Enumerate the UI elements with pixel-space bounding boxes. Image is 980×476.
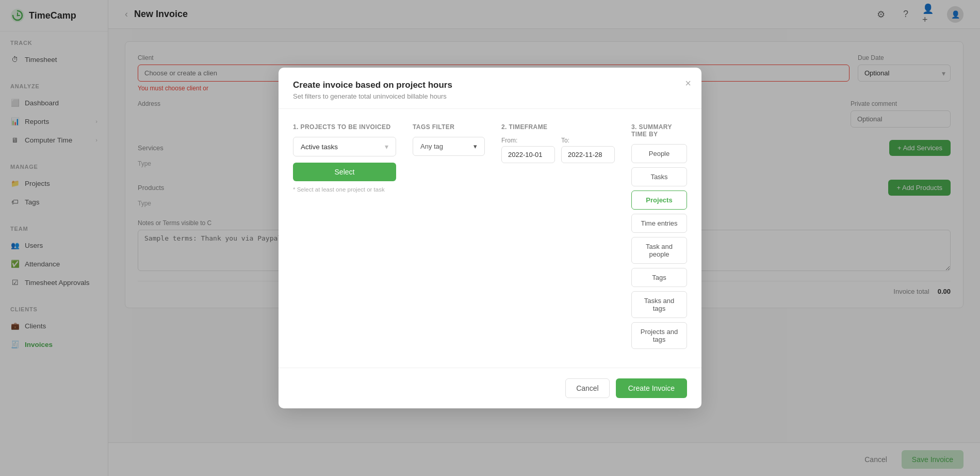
modal-body: 1. Projects to be invoiced Active tasks … — [279, 109, 701, 368]
summary-btn-people[interactable]: People — [631, 144, 687, 163]
tag-chevron-icon: ▾ — [473, 142, 477, 150]
tag-filter-button[interactable]: Any tag ▾ — [413, 137, 485, 156]
dropdown-chevron-icon: ▾ — [385, 142, 388, 151]
summary-column: 3. Summary time by PeopleTasksProjectsTi… — [631, 123, 687, 353]
to-date-input[interactable] — [561, 146, 615, 163]
summary-btn-tags[interactable]: Tags — [631, 268, 687, 287]
from-date-input[interactable] — [501, 146, 555, 163]
tags-filter-label: Tags filter — [413, 123, 485, 131]
summary-btn-time_entries[interactable]: Time entries — [631, 214, 687, 233]
create-invoice-button[interactable]: Create Invoice — [616, 378, 687, 398]
active-tasks-dropdown[interactable]: Active tasks ▾ — [293, 137, 396, 156]
modal-header: Create invoice based on project hours Se… — [279, 68, 701, 109]
timeframe-grid: From: To: — [501, 137, 615, 163]
to-group: To: — [561, 137, 615, 163]
modal-columns: 1. Projects to be invoiced Active tasks … — [293, 123, 687, 353]
modal-close-button[interactable]: × — [685, 78, 691, 88]
modal-title: Create invoice based on project hours — [293, 80, 687, 90]
active-tasks-label: Active tasks — [301, 143, 338, 151]
modal-cancel-button[interactable]: Cancel — [565, 378, 610, 398]
summary-btn-projects[interactable]: Projects — [631, 191, 687, 210]
from-label: From: — [501, 137, 555, 144]
summary-btn-tasks[interactable]: Tasks — [631, 167, 687, 186]
col3-label: 3. Summary time by — [631, 123, 687, 138]
modal: Create invoice based on project hours Se… — [279, 68, 701, 408]
modal-subtitle: Set filters to generate total uninvoiced… — [293, 92, 687, 100]
modal-overlay[interactable]: Create invoice based on project hours Se… — [0, 0, 980, 476]
summary-btn-task_and_people[interactable]: Task and people — [631, 237, 687, 264]
timeframe-column: 2. Timeframe From: To: — [501, 123, 615, 353]
hint-text: * Select at least one project or task — [293, 186, 396, 193]
col2-label: 2. Timeframe — [501, 123, 615, 131]
summary-btn-tasks_and_tags[interactable]: Tasks and tags — [631, 291, 687, 318]
any-tag-label: Any tag — [420, 142, 443, 150]
tags-column: Tags filter Any tag ▾ — [413, 123, 485, 353]
summary-buttons-container: PeopleTasksProjectsTime entriesTask and … — [631, 144, 687, 353]
projects-column: 1. Projects to be invoiced Active tasks … — [293, 123, 396, 353]
to-label: To: — [561, 137, 615, 144]
from-group: From: — [501, 137, 555, 163]
summary-btn-projects_and_tags[interactable]: Projects and tags — [631, 322, 687, 349]
col1-label: 1. Projects to be invoiced — [293, 123, 396, 131]
modal-footer: Cancel Create Invoice — [279, 368, 701, 408]
select-button[interactable]: Select — [293, 163, 396, 181]
